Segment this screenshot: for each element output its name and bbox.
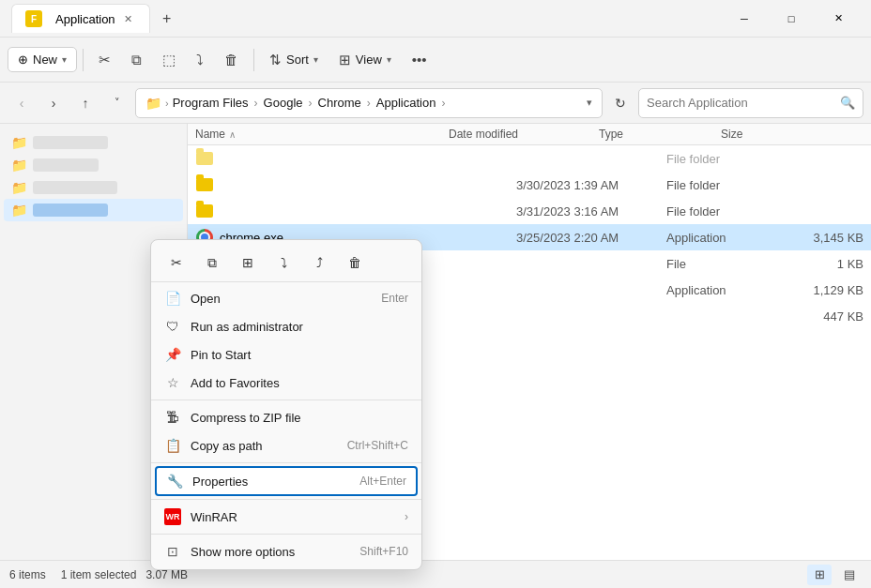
move-to-button[interactable]: ⤵ — [187, 47, 213, 72]
ctx-copy-button[interactable]: ⧉ — [198, 249, 226, 276]
search-input[interactable] — [647, 96, 834, 110]
ctx-pin-start-icon: 📌 — [164, 346, 181, 363]
col-header-size[interactable]: Size — [721, 128, 796, 141]
ctx-pin-start-item[interactable]: 📌 Pin to Start — [151, 340, 421, 369]
more-options-button[interactable]: ••• — [403, 47, 436, 72]
sidebar-item-2[interactable]: 📁 — [4, 154, 183, 176]
forward-button[interactable]: › — [39, 89, 68, 117]
col-header-name[interactable]: Name ∧ — [195, 128, 449, 141]
list-view-button[interactable]: ⊞ — [807, 565, 832, 585]
sidebar-folder-icon-1: 📁 — [11, 135, 27, 150]
sidebar-item-4[interactable]: 📁 — [4, 199, 183, 221]
ctx-delete-icon: 🗑 — [348, 255, 361, 270]
move-icon: ⤵ — [196, 52, 204, 68]
sort-button[interactable]: ⇅ Sort ▾ — [260, 47, 328, 73]
sort-icon: ⇅ — [269, 52, 282, 68]
ctx-properties-icon: 🔧 — [166, 473, 183, 490]
sidebar-item-1[interactable]: 📁 — [4, 131, 183, 154]
table-row[interactable]: 3/30/2023 1:39 AM File folder — [188, 172, 871, 198]
col-header-type[interactable]: Type — [599, 128, 721, 141]
maximize-button[interactable]: □ — [770, 5, 813, 33]
col-header-date[interactable]: Date modified — [449, 128, 599, 141]
sort-arrow-icon: ∧ — [229, 129, 236, 140]
ctx-share-button[interactable]: ⤴ — [305, 249, 333, 276]
path-sep-3: › — [367, 97, 371, 110]
paste-button[interactable]: ⬚ — [153, 47, 185, 73]
address-path[interactable]: 📁 › Program Files › Google › Chrome › Ap… — [135, 88, 603, 118]
new-label: New — [33, 53, 57, 67]
path-sep-1: › — [254, 97, 258, 110]
ctx-move-icon: ⤵ — [281, 255, 287, 270]
table-row[interactable]: File folder — [188, 145, 871, 172]
ctx-share-icon: ⤴ — [316, 255, 323, 270]
path-folder-icon: 📁 — [145, 96, 161, 111]
new-button[interactable]: ⊕ New ▾ — [8, 47, 77, 72]
ctx-cut-button[interactable]: ✂ — [162, 249, 191, 276]
ctx-copy-path-label: Copy as path — [191, 439, 338, 453]
path-segment-chrome: Chrome — [318, 96, 361, 110]
sidebar-folder-icon-2: 📁 — [11, 158, 27, 173]
minimize-button[interactable]: ─ — [723, 5, 766, 33]
ctx-open-item[interactable]: 📄 Open Enter — [151, 284, 421, 312]
ctx-separator-3 — [151, 499, 421, 500]
items-count: 6 items — [9, 568, 46, 581]
ctx-new-window-button[interactable]: ⊞ — [234, 249, 262, 276]
ctx-run-admin-item[interactable]: 🛡 Run as administrator — [151, 312, 421, 340]
ctx-add-favorites-item[interactable]: ☆ Add to Favorites — [151, 369, 421, 397]
ctx-properties-label: Properties — [192, 475, 350, 489]
window-controls: ─ □ ✕ — [723, 5, 860, 33]
ctx-copy-path-icon: 📋 — [164, 437, 181, 454]
ctx-add-favorites-label: Add to Favorites — [191, 376, 408, 390]
ctx-properties-item[interactable]: 🔧 Properties Alt+Enter — [155, 466, 418, 496]
ctx-properties-shortcut: Alt+Enter — [359, 475, 406, 488]
search-box[interactable]: 🔍 — [638, 88, 863, 118]
recent-locations-button[interactable]: ˅ — [103, 89, 131, 117]
copy-button[interactable]: ⧉ — [122, 47, 151, 73]
ctx-winrar-item[interactable]: WR WinRAR › — [151, 503, 421, 531]
file-date: 3/25/2023 2:20 AM — [516, 231, 666, 245]
path-segment-google: Google — [264, 96, 303, 110]
ctx-show-more-icon: ⊡ — [164, 543, 181, 560]
sidebar-item-3[interactable]: 📁 — [4, 176, 183, 199]
new-icon: ⊕ — [18, 53, 28, 67]
ctx-pin-start-label: Pin to Start — [191, 348, 408, 362]
file-type: Application — [666, 283, 788, 297]
tab-close-button[interactable]: ✕ — [121, 11, 136, 26]
ctx-show-more-item[interactable]: ⊡ Show more options Shift+F10 — [151, 537, 421, 565]
close-button[interactable]: ✕ — [817, 5, 860, 33]
toolbar-separator — [83, 49, 84, 71]
status-bar: 6 items 1 item selected 3.07 MB ⊞ ▤ — [0, 560, 871, 588]
cut-button[interactable]: ✂ — [89, 47, 120, 73]
file-size: 1 KB — [788, 257, 863, 271]
ctx-delete-button[interactable]: 🗑 — [341, 249, 369, 276]
ctx-move-button[interactable]: ⤵ — [269, 249, 298, 276]
context-menu-toolbar: ✂ ⧉ ⊞ ⤵ ⤴ 🗑 — [151, 244, 421, 282]
file-type: Application — [666, 231, 788, 245]
context-menu: ✂ ⧉ ⊞ ⤵ ⤴ 🗑 📄 Open Enter 🛡 Run as admini… — [150, 239, 422, 570]
ctx-run-admin-icon: 🛡 — [164, 318, 181, 335]
new-tab-button[interactable]: + — [154, 6, 180, 32]
table-row[interactable]: 3/31/2023 3:16 AM File folder — [188, 198, 871, 224]
back-button[interactable]: ‹ — [8, 89, 36, 117]
file-type: File folder — [666, 178, 788, 192]
details-view-button[interactable]: ▤ — [837, 565, 862, 585]
ctx-open-icon: 📄 — [164, 290, 181, 307]
sidebar-label-3 — [33, 181, 117, 194]
view-button[interactable]: ⊞ View ▾ — [329, 47, 401, 73]
file-type: File folder — [666, 204, 788, 219]
file-date: 3/31/2023 3:16 AM — [516, 204, 666, 219]
delete-button[interactable]: 🗑 — [215, 47, 248, 72]
copy-icon: ⧉ — [131, 52, 142, 68]
ctx-copy-icon: ⧉ — [207, 255, 217, 271]
file-list-header: Name ∧ Date modified Type Size — [188, 124, 871, 145]
ctx-open-label: Open — [191, 292, 372, 306]
ctx-compress-item[interactable]: 🗜 Compress to ZIP file — [151, 403, 421, 431]
sidebar-folder-icon-3: 📁 — [11, 180, 27, 195]
view-label: View — [356, 53, 382, 67]
refresh-button[interactable]: ↻ — [606, 89, 634, 117]
ctx-add-favorites-icon: ☆ — [164, 374, 181, 391]
sidebar-label-1 — [33, 136, 108, 149]
active-tab[interactable]: F Application ✕ — [11, 4, 150, 33]
ctx-copy-path-item[interactable]: 📋 Copy as path Ctrl+Shift+C — [151, 431, 421, 460]
up-button[interactable]: ↑ — [71, 89, 99, 117]
